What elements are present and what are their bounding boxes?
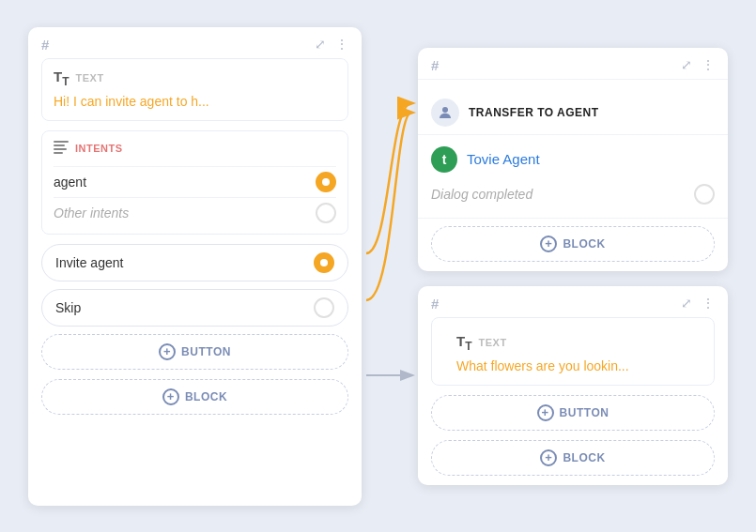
transfer-divider2 (418, 134, 728, 135)
text-card-plus-circle: + (537, 404, 554, 421)
intent-name-agent: agent (54, 175, 86, 190)
intents-block: INTENTS agent Other intents (41, 130, 348, 235)
more-icon[interactable]: ⋮ (335, 38, 348, 51)
skip-toggle[interactable] (314, 297, 334, 318)
left-card: # ⤢ ⋮ TT TEXT Hi! I can invite agent to … (28, 27, 362, 506)
transfer-plus-icon: + (540, 236, 557, 252)
transfer-divider3 (418, 218, 728, 219)
text-card-add-button-label: BUTTON (560, 406, 609, 419)
transfer-add-block-row[interactable]: + BLOCK (431, 226, 715, 262)
intents-header: INTENTS (54, 141, 336, 157)
skip-label: Skip (55, 300, 81, 315)
agent-icon (431, 99, 459, 127)
plus-block-icon: + (162, 388, 179, 405)
text-content: Hi! I can invite agent to h... (54, 94, 336, 109)
intent-row-agent[interactable]: agent (54, 166, 336, 197)
text-card-hash: # (431, 296, 439, 312)
dialog-text: Dialog completed (431, 187, 532, 202)
text-label: TEXT (76, 72, 104, 84)
dialog-row: Dialog completed (418, 182, 728, 218)
text-block: TT TEXT Hi! I can invite agent to h... (41, 58, 348, 121)
intents-label: INTENTS (75, 143, 123, 154)
plus-circle-icon: + (159, 343, 176, 360)
svg-rect-3 (54, 144, 65, 146)
svg-point-6 (442, 107, 448, 113)
svg-rect-4 (54, 148, 67, 150)
invite-agent-toggle[interactable] (314, 252, 334, 273)
text-label-row: TT TEXT (54, 68, 336, 88)
transfer-add-block-label: BLOCK (563, 237, 605, 251)
text-card-plus-block: + (540, 449, 557, 466)
tovie-avatar: t (431, 146, 457, 173)
text-expand-icon[interactable]: ⤢ (681, 296, 692, 310)
text-card-tt-icon: TT (456, 333, 472, 353)
text-card-add-button-row[interactable]: + BUTTON (431, 395, 715, 431)
tovie-name[interactable]: Tovie Agent (467, 151, 540, 167)
svg-rect-2 (54, 141, 69, 143)
intent-row-other[interactable]: Other intents (54, 197, 336, 228)
text-card-add-block-row[interactable]: + BLOCK (431, 440, 715, 476)
intents-icon (54, 141, 69, 157)
transfer-card-hash: # (431, 57, 439, 73)
intent-name-other: Other intents (54, 205, 129, 220)
intent-toggle-other[interactable] (316, 203, 336, 223)
text-card-block: TT TEXT What flowers are you lookin... (431, 317, 715, 386)
transfer-more-icon[interactable]: ⋮ (702, 58, 715, 71)
tovie-letter: t (442, 152, 447, 167)
right-column: # ⤢ ⋮ TRANSFER TO AGENT (418, 48, 728, 485)
text-card-label: TEXT (479, 337, 507, 348)
tovie-row: t Tovie Agent (418, 143, 728, 182)
left-card-header: # ⤢ ⋮ (28, 27, 362, 58)
add-button-row[interactable]: + BUTTON (41, 334, 348, 370)
transfer-title: TRANSFER TO AGENT (469, 106, 599, 119)
text-card-add-block-label: BLOCK (563, 451, 605, 464)
transfer-expand-icon[interactable]: ⤢ (681, 58, 692, 71)
transfer-divider (418, 79, 728, 80)
svg-rect-5 (54, 152, 63, 154)
text-card: # ⤢ ⋮ TT TEXT What flowers are you looki… (418, 286, 728, 485)
left-card-icon-group: ⤢ ⋮ (315, 38, 348, 51)
transfer-title-row: TRANSFER TO AGENT (418, 87, 728, 134)
add-block-row[interactable]: + BLOCK (41, 379, 348, 415)
text-card-header: # ⤢ ⋮ (418, 286, 728, 317)
add-block-label: BLOCK (185, 390, 227, 403)
dialog-toggle[interactable] (694, 184, 715, 205)
intent-toggle-agent[interactable] (316, 172, 336, 192)
invite-agent-label: Invite agent (55, 255, 123, 270)
text-card-icon-group: ⤢ ⋮ (681, 296, 715, 310)
text-card-label-row: TT TEXT (456, 333, 689, 353)
invite-agent-button[interactable]: Invite agent (41, 244, 348, 281)
transfer-card: # ⤢ ⋮ TRANSFER TO AGENT (418, 48, 728, 271)
skip-button[interactable]: Skip (41, 289, 348, 327)
add-button-label: BUTTON (181, 345, 231, 358)
left-card-hash: # (41, 37, 49, 53)
text-card-content: What flowers are you lookin... (456, 358, 689, 373)
text-more-icon[interactable]: ⋮ (702, 296, 715, 310)
expand-icon[interactable]: ⤢ (315, 38, 326, 51)
transfer-card-icon-group: ⤢ ⋮ (681, 58, 715, 71)
transfer-card-header: # ⤢ ⋮ (418, 48, 728, 79)
tt-icon: TT (54, 68, 69, 88)
